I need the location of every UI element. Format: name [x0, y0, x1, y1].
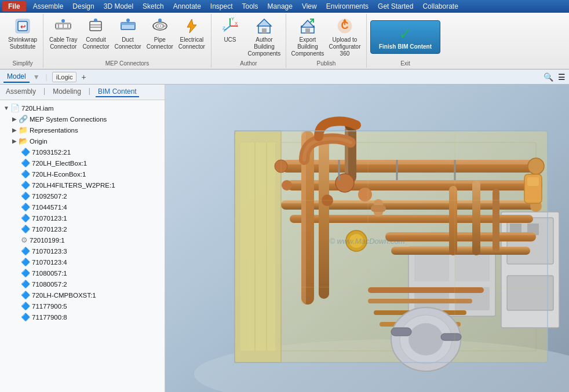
component-icon: 🔷	[21, 313, 30, 321]
menu-manage[interactable]: Manage	[263, 1, 297, 12]
expand-icon: ▶	[10, 138, 19, 144]
model-tab[interactable]: Model	[3, 71, 30, 83]
component-icon: 🔷	[21, 159, 30, 167]
component-icon: 🔷	[21, 192, 30, 200]
ucs-icon: X Y Z	[221, 17, 239, 35]
author-building-icon	[255, 17, 273, 35]
viewport[interactable]: © www.MacDown.com	[165, 85, 569, 392]
sidebar-tree: ▼ 📄 720LH.iam ▶ 🔗 MEP System Connections…	[0, 100, 165, 392]
menu-inspect[interactable]: Inspect	[206, 1, 238, 12]
shrinkwrap-icon: ↩	[13, 17, 32, 35]
export-building-components-button[interactable]: Export BuildingComponents	[290, 15, 326, 59]
tree-item-label: 720LH.iam	[21, 105, 54, 112]
tree-item-mep[interactable]: ▶ 🔗 MEP System Connections	[0, 113, 165, 124]
export-building-label: Export BuildingComponents	[291, 36, 324, 57]
conduit-connector-button[interactable]: ConduitConnector	[80, 15, 111, 52]
sidebar-tab-sep1: |	[43, 87, 45, 97]
cable-tray-icon	[54, 17, 72, 35]
expand-icon: ▼	[2, 105, 10, 111]
svg-point-9	[61, 19, 65, 23]
upload-configurator-button[interactable]: C Upload toConfigurator 360	[327, 15, 363, 59]
menu-environments[interactable]: Environments	[322, 1, 373, 12]
menu-3dmodel[interactable]: 3D Model	[99, 1, 138, 12]
svg-text:Z: Z	[223, 25, 225, 31]
electrical-connector-button[interactable]: ElectricalConnector	[176, 15, 207, 52]
menu-design[interactable]: Design	[68, 1, 99, 12]
tree-item-71177900-5[interactable]: 🔷 71177900:5	[0, 301, 165, 312]
tree-item-71070123-2[interactable]: 🔷 71070123:2	[0, 224, 165, 235]
tree-item-71092507[interactable]: 🔷 71092507:2	[0, 190, 165, 202]
tree-item-representations[interactable]: ▶ 📁 Representations	[0, 124, 165, 135]
mep-connectors-group-label: MEP Connectors	[105, 59, 149, 67]
electrical-icon	[183, 17, 201, 35]
component-icon: 🔷	[21, 203, 30, 211]
tree-item-filters[interactable]: 🔷 720LH4FILTERS_W2PRE:1	[0, 179, 165, 190]
duct-icon	[119, 17, 137, 35]
tree-item-origin[interactable]: ▶ 📂 Origin	[0, 135, 165, 146]
component-icon: 🔷	[21, 258, 30, 266]
tree-item-electbox[interactable]: 🔷 720LH_ElectBox:1	[0, 157, 165, 168]
special-icon: ⚙	[21, 236, 28, 244]
svg-point-20	[158, 19, 162, 22]
svg-text:↩: ↩	[20, 23, 26, 30]
tree-item-71080057-2[interactable]: 🔷 71080057:2	[0, 279, 165, 290]
shrinkwrap-substitute-button[interactable]: ↩ ShrinkwrapSubstitute	[6, 15, 39, 52]
menu-sketch[interactable]: Sketch	[138, 1, 169, 12]
add-tab-button[interactable]: +	[81, 72, 86, 82]
finish-bim-content-button[interactable]: ✓ Finish BIM Content	[370, 20, 440, 54]
tree-item-label: 720LH4FILTERS_W2PRE:1	[32, 182, 115, 189]
svg-rect-8	[56, 28, 71, 30]
shrinkwrap-substitute-label: ShrinkwrapSubstitute	[8, 36, 37, 50]
pipe-connector-label: PipeConnector	[147, 36, 173, 50]
sidebar-menu-button[interactable]: ☰	[558, 72, 566, 82]
upload-configurator-label: Upload toConfigurator 360	[329, 36, 360, 57]
duct-connector-label: DuctConnector	[115, 36, 141, 50]
tree-item-72010199[interactable]: ⚙ 72010199:1	[0, 235, 165, 246]
conduit-icon	[86, 17, 105, 35]
ilogic-button[interactable]: iLogic	[52, 72, 77, 82]
tree-item-71044571[interactable]: 🔷 71044571:4	[0, 202, 165, 213]
menu-get-started[interactable]: Get Started	[373, 1, 418, 12]
menu-tools[interactable]: Tools	[238, 1, 263, 12]
tree-item-cmpboxst[interactable]: 🔷 720LH-CMPBOXST:1	[0, 290, 165, 301]
cable-tray-connector-button[interactable]: Cable TrayConnector	[47, 15, 79, 52]
origin-icon: 📂	[19, 137, 28, 145]
duct-connector-button[interactable]: DuctConnector	[112, 15, 144, 52]
file-menu-button[interactable]: File	[2, 1, 26, 12]
modeling-tab[interactable]: Modeling	[50, 87, 83, 97]
svg-rect-36	[305, 28, 310, 33]
model-tab-area: Model ▼	[3, 71, 41, 83]
menu-annotate[interactable]: Annotate	[169, 1, 206, 12]
tree-item-71070123-1[interactable]: 🔷 71070123:1	[0, 213, 165, 224]
search-button[interactable]: 🔍	[544, 72, 553, 82]
tree-item-label: 71070123:4	[32, 259, 67, 266]
svg-rect-7	[56, 23, 71, 24]
menu-collaborate[interactable]: Collaborate	[418, 1, 462, 12]
tree-item-econbox[interactable]: 🔷 720LH-EconBox:1	[0, 168, 165, 179]
tree-item-720lh-iam[interactable]: ▼ 📄 720LH.iam	[0, 102, 165, 113]
component-icon: 🔷	[21, 302, 30, 310]
tree-item-71177900-8[interactable]: 🔷 71177900:8	[0, 312, 165, 323]
component-icon: 🔷	[21, 170, 30, 178]
menu-view[interactable]: View	[297, 1, 322, 12]
tree-item-label: 71093152:21	[32, 149, 71, 156]
tree-item-label: 720LH-CMPBOXST:1	[32, 292, 96, 299]
bim-content-tab[interactable]: BIM Content	[96, 87, 139, 97]
tree-item-label: 71177900:5	[32, 303, 67, 310]
tree-item-71070123-3[interactable]: 🔷 71070123:3	[0, 246, 165, 257]
menu-assemble[interactable]: Assemble	[28, 1, 68, 12]
svg-rect-15	[121, 23, 135, 25]
tree-item-71093152[interactable]: 🔷 71093152:21	[0, 146, 165, 157]
pipe-icon	[151, 17, 169, 35]
assembly-tab[interactable]: Assembly	[3, 87, 38, 97]
author-building-components-button[interactable]: Author BuildingComponents	[246, 15, 282, 59]
tree-item-71080057-1[interactable]: 🔷 71080057:1	[0, 268, 165, 279]
ucs-button[interactable]: X Y Z UCS	[215, 15, 245, 45]
pipe-connector-button[interactable]: PipeConnector	[144, 15, 176, 52]
component-icon: 🔷	[21, 214, 30, 222]
sidebar-tab-sep2: |	[89, 87, 90, 97]
component-icon: 🔷	[21, 280, 30, 288]
export-building-icon	[298, 17, 317, 35]
svg-text:X: X	[235, 21, 238, 26]
tree-item-71070123-4[interactable]: 🔷 71070123:4	[0, 257, 165, 268]
